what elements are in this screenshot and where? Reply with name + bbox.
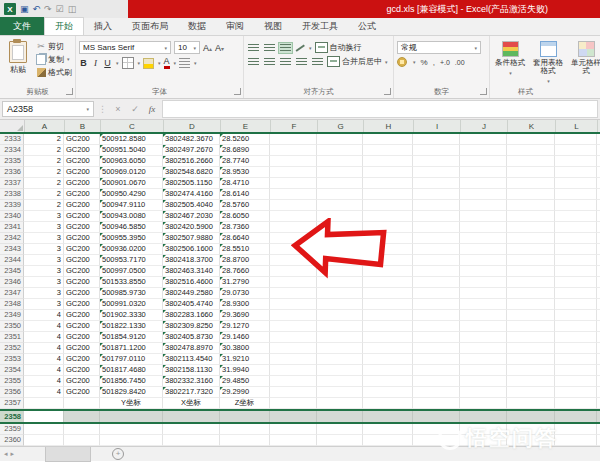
sheet-nav-right-icon[interactable]: ▸ [11, 450, 15, 458]
cell-K2340[interactable] [507, 211, 555, 222]
cell-A2337[interactable]: 2 [24, 178, 64, 189]
cell-B2360[interactable] [64, 435, 100, 446]
cell-B2339[interactable]: GC200 [64, 200, 100, 211]
row-header-2354[interactable]: 2354 [0, 365, 24, 376]
cell-I2342[interactable] [413, 233, 460, 244]
cell-H2346[interactable] [363, 277, 413, 288]
cell-L2333[interactable] [555, 134, 597, 145]
touch-mode-icon[interactable]: ◫ [68, 5, 77, 14]
row-header-2352[interactable]: 2352 [0, 343, 24, 354]
cell-D2359[interactable] [163, 424, 220, 435]
cell-E2358[interactable] [220, 411, 270, 422]
undo-icon[interactable]: ↶ [33, 5, 41, 14]
cell-B2340[interactable]: GC200 [64, 211, 100, 222]
cell-B2347[interactable]: GC200 [64, 288, 100, 299]
cell-B2349[interactable]: GC200 [64, 310, 100, 321]
cell-F2350[interactable] [270, 321, 317, 332]
row-header-2348[interactable]: 2348 [0, 299, 24, 310]
cell-K2335[interactable] [507, 156, 555, 167]
cell-L2340[interactable] [555, 211, 597, 222]
accounting-format-icon[interactable] [397, 57, 407, 67]
cell-H2334[interactable] [363, 145, 413, 156]
row-header-2346[interactable]: 2346 [0, 277, 24, 288]
cell-J2357[interactable] [460, 398, 507, 409]
cell-A2347[interactable]: 3 [24, 288, 64, 299]
italic-button[interactable]: I [91, 58, 100, 68]
cell-H2350[interactable] [363, 321, 413, 332]
cell-E2359[interactable] [220, 424, 270, 435]
cell-K2353[interactable] [507, 354, 555, 365]
cell-G2358[interactable] [317, 411, 363, 422]
cell-B2351[interactable]: GC200 [64, 332, 100, 343]
cell-F2343[interactable] [270, 244, 317, 255]
bold-button[interactable]: B [79, 58, 88, 68]
increase-decimal-button[interactable]: +.0 [440, 59, 450, 66]
cell-G2351[interactable] [317, 332, 363, 343]
cell-F2337[interactable] [270, 178, 317, 189]
cell-L2336[interactable] [555, 167, 597, 178]
cell-G2345[interactable] [317, 266, 363, 277]
cell-G2348[interactable] [317, 299, 363, 310]
cell-K2356[interactable] [507, 387, 555, 398]
row-header-2345[interactable]: 2345 [0, 266, 24, 277]
cell-L2348[interactable] [555, 299, 597, 310]
cell-A2360[interactable] [24, 435, 64, 446]
cell-E2336[interactable]: 28.9530 [220, 167, 270, 178]
cell-C2333[interactable]: 500912.8580 [100, 134, 163, 145]
cell-L2339[interactable] [555, 200, 597, 211]
cell-C2353[interactable]: 501797.0110 [100, 354, 163, 365]
cell-H2347[interactable] [363, 288, 413, 299]
cell-styles-button[interactable]: 单元格样式 [569, 41, 600, 85]
cell-B2346[interactable]: GC200 [64, 277, 100, 288]
redo-icon[interactable]: ↷ [44, 5, 52, 14]
cell-A2335[interactable]: 2 [24, 156, 64, 167]
cell-G2337[interactable] [317, 178, 363, 189]
cell-I2344[interactable] [413, 255, 460, 266]
cell-C2347[interactable]: 500985.9730 [100, 288, 163, 299]
cell-K2339[interactable] [507, 200, 555, 211]
cell-F2340[interactable] [270, 211, 317, 222]
cell-A2349[interactable]: 4 [24, 310, 64, 321]
cell-A2357[interactable] [24, 398, 64, 409]
cell-D2346[interactable]: 3802516.4600 [163, 277, 220, 288]
column-header-J[interactable]: J [461, 120, 508, 132]
cell-L2334[interactable] [555, 145, 597, 156]
align-left-icon[interactable] [247, 57, 260, 67]
cell-K2344[interactable] [507, 255, 555, 266]
cell-K2352[interactable] [507, 343, 555, 354]
cell-J2353[interactable] [460, 354, 507, 365]
cell-J2358[interactable] [460, 411, 507, 422]
cell-F2353[interactable] [270, 354, 317, 365]
phonetic-guide-icon[interactable] [179, 58, 190, 68]
cell-I2348[interactable] [413, 299, 460, 310]
cell-D2338[interactable]: 3802474.4160 [163, 189, 220, 200]
cell-J2350[interactable] [460, 321, 507, 332]
cell-L2352[interactable] [555, 343, 597, 354]
clipboard-dialog-launcher[interactable] [66, 88, 73, 95]
cell-C2337[interactable]: 500901.0670 [100, 178, 163, 189]
cell-J2337[interactable] [460, 178, 507, 189]
cell-J2344[interactable] [460, 255, 507, 266]
row-header-2336[interactable]: 2336 [0, 167, 24, 178]
cell-H2356[interactable] [363, 387, 413, 398]
cell-K2354[interactable] [507, 365, 555, 376]
cell-A2338[interactable]: 2 [24, 189, 64, 200]
cell-C2345[interactable]: 500997.0500 [100, 266, 163, 277]
conditional-formatting-button[interactable]: 条件格式 ▾ [493, 41, 527, 85]
cell-G2335[interactable] [317, 156, 363, 167]
cell-J2340[interactable] [460, 211, 507, 222]
cell-J2360[interactable] [460, 435, 507, 446]
cell-H2339[interactable] [363, 200, 413, 211]
cell-F2352[interactable] [270, 343, 317, 354]
save-icon[interactable]: ▣ [20, 5, 29, 14]
cell-E2350[interactable]: 29.1270 [220, 321, 270, 332]
cell-D2349[interactable]: 3802283.1660 [163, 310, 220, 321]
cell-F2342[interactable] [270, 233, 317, 244]
cell-A2348[interactable]: 3 [24, 299, 64, 310]
cell-A2350[interactable]: 4 [24, 321, 64, 332]
cell-B2348[interactable]: GC200 [64, 299, 100, 310]
cell-I2360[interactable] [413, 435, 460, 446]
cell-L2355[interactable] [555, 376, 597, 387]
cell-L2354[interactable] [555, 365, 597, 376]
cell-E2338[interactable]: 28.6140 [220, 189, 270, 200]
